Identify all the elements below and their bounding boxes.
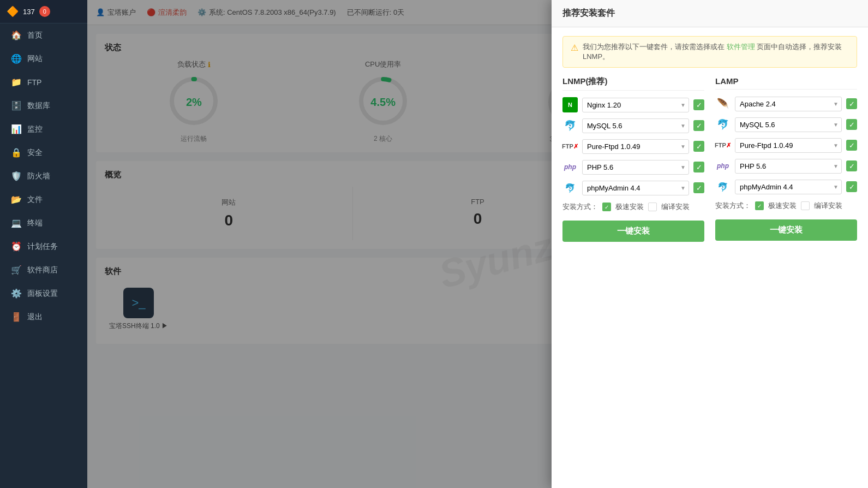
sw-row-mysql-lnmp: 🐬 MySQL 5.6 MySQL 5.7 MySQL 8.0 ▼ ✓ [562, 118, 704, 133]
sidebar-item-logout[interactable]: 🚪 退出 [0, 305, 87, 329]
mysql-select-lnmp[interactable]: MySQL 5.6 MySQL 5.7 MySQL 8.0 [582, 118, 689, 133]
compile-install-checkbox-lamp[interactable] [801, 201, 810, 210]
monitor-icon: 📊 [11, 124, 22, 134]
sidebar-logo: 🔶 [7, 5, 19, 17]
phpmyadmin-icon: 🐬 [562, 180, 578, 195]
lnmp-install-btn[interactable]: 一键安装 [562, 221, 704, 242]
install-method-lnmp: 安装方式： ✓ 极速安装 编译安装 [562, 202, 704, 212]
install-method-label-lamp: 安装方式： [715, 201, 751, 211]
modal-title: 推荐安装套件 [552, 0, 868, 27]
mysql-checkbox-lamp[interactable]: ✓ [846, 119, 857, 130]
ftp-checkbox-lnmp[interactable]: ✓ [693, 141, 704, 152]
sw-row-apache: 🪶 Apache 2.4 Apache 2.2 ▼ ✓ [715, 96, 857, 111]
website-icon: 🌐 [11, 53, 22, 64]
phpmyadmin-icon-lamp: 🐬 [715, 179, 731, 194]
apache-checkbox[interactable]: ✓ [846, 98, 857, 109]
lamp-title: LAMP [715, 76, 857, 90]
php-checkbox-lnmp[interactable]: ✓ [693, 162, 704, 172]
ftp-checkbox-lamp[interactable]: ✓ [846, 140, 857, 151]
fast-install-label-lamp: 极速安装 [768, 201, 797, 211]
sw-row-phpmyadmin-lnmp: 🐬 phpMyAdmin 4.4 phpMyAdmin 5.0 ▼ ✓ [562, 180, 704, 195]
sidebar-item-terminal[interactable]: 💻 终端 [0, 211, 87, 235]
sw-row-nginx: N Nginx 1.20 Nginx 1.18 ▼ ✓ [562, 97, 704, 112]
nginx-icon: N [562, 97, 578, 112]
sidebar-item-monitor[interactable]: 📊 监控 [0, 117, 87, 141]
phpmyadmin-select-lamp[interactable]: phpMyAdmin 4.4 phpMyAdmin 5.0 [735, 180, 842, 194]
php-select-wrapper-lamp: PHP 5.6 PHP 7.0 PHP 7.4 PHP 8.0 ▼ [735, 159, 842, 174]
sidebar-item-label: 数据库 [27, 101, 50, 111]
sidebar-item-security[interactable]: 🔒 安全 [0, 141, 87, 164]
sidebar: 🔶 137 0 🏠 首页 🌐 网站 📁 FTP 🗄️ 数据库 📊 监控 🔒 安全 [0, 0, 87, 488]
sw-row-mysql-lamp: 🐬 MySQL 5.6 MySQL 5.7 MySQL 8.0 ▼ ✓ [715, 117, 857, 132]
install-method-lamp: 安装方式： ✓ 极速安装 编译安装 [715, 201, 857, 211]
php-select-lnmp[interactable]: PHP 5.6 PHP 7.0 PHP 7.4 PHP 8.0 [582, 160, 689, 175]
mysql-select-wrapper-lamp: MySQL 5.6 MySQL 5.7 MySQL 8.0 ▼ [735, 117, 842, 132]
database-icon: 🗄️ [11, 100, 22, 111]
sidebar-item-label: 退出 [27, 312, 43, 322]
sw-row-phpmyadmin-lamp: 🐬 phpMyAdmin 4.4 phpMyAdmin 5.0 ▼ ✓ [715, 179, 857, 194]
home-icon: 🏠 [11, 30, 22, 40]
lamp-column: LAMP 🪶 Apache 2.4 Apache 2.2 ▼ [715, 76, 857, 242]
sidebar-item-ftp[interactable]: 📁 FTP [0, 70, 87, 94]
sidebar-item-firewall[interactable]: 🛡️ 防火墙 [0, 164, 87, 188]
appstore-icon: 🛒 [11, 265, 22, 275]
phpmyadmin-checkbox-lamp[interactable]: ✓ [846, 181, 857, 192]
fast-install-checkbox[interactable]: ✓ [602, 203, 611, 211]
sidebar-item-label: 计划任务 [27, 242, 58, 252]
compile-install-label: 编译安装 [661, 202, 690, 212]
php-icon: php [562, 159, 578, 175]
modal-warning: ⚠ 我们为您推荐以下一键套件，请按需选择或在 软件管理 页面中自动选择，推荐安装… [562, 36, 857, 68]
warning-text: 我们为您推荐以下一键套件，请按需选择或在 软件管理 页面中自动选择，推荐安装LN… [583, 42, 849, 62]
apache-select[interactable]: Apache 2.4 Apache 2.2 [735, 97, 842, 111]
sw-row-ftp-lamp: FTP✗ Pure-Ftpd 1.0.49 ▼ ✓ [715, 138, 857, 153]
sidebar-item-label: 文件 [27, 195, 43, 205]
sidebar-item-appstore[interactable]: 🛒 软件商店 [0, 258, 87, 282]
mysql-icon-lamp: 🐬 [715, 117, 731, 132]
files-icon: 📂 [11, 194, 22, 205]
nginx-select-wrapper: Nginx 1.20 Nginx 1.18 ▼ [582, 98, 689, 112]
software-management-link[interactable]: 软件管理 [727, 43, 755, 51]
ftp-icon: 📁 [11, 77, 22, 87]
php-checkbox-lamp[interactable]: ✓ [846, 160, 857, 171]
ftp-icon-lamp: FTP✗ [715, 138, 731, 153]
ftp-select-wrapper: Pure-Ftpd 1.0.49 ▼ [582, 139, 689, 154]
compile-install-checkbox[interactable] [648, 203, 657, 211]
ftp-select-lnmp[interactable]: Pure-Ftpd 1.0.49 [582, 139, 689, 154]
security-icon: 🔒 [11, 147, 22, 158]
sidebar-item-files[interactable]: 📂 文件 [0, 188, 87, 211]
phpmyadmin-select-lnmp[interactable]: phpMyAdmin 4.4 phpMyAdmin 5.0 [582, 181, 689, 195]
lamp-install-btn[interactable]: 一键安装 [715, 219, 857, 241]
sidebar-item-label: 安全 [27, 148, 43, 158]
mysql-checkbox-lnmp[interactable]: ✓ [693, 120, 704, 131]
ftp-select-lamp[interactable]: Pure-Ftpd 1.0.49 [735, 138, 842, 153]
sidebar-item-database[interactable]: 🗄️ 数据库 [0, 94, 87, 117]
sidebar-item-settings[interactable]: ⚙️ 面板设置 [0, 282, 87, 305]
php-icon-lamp: php [715, 158, 731, 174]
php-select-wrapper: PHP 5.6 PHP 7.0 PHP 7.4 PHP 8.0 ▼ [582, 160, 689, 175]
sidebar-item-label: 软件商店 [27, 265, 58, 275]
sidebar-item-website[interactable]: 🌐 网站 [0, 47, 87, 70]
install-modal: 推荐安装套件 ⚠ 我们为您推荐以下一键套件，请按需选择或在 软件管理 页面中自动… [552, 0, 868, 488]
fast-install-checkbox-lamp[interactable]: ✓ [755, 201, 764, 210]
ftp-select-wrapper-lamp: Pure-Ftpd 1.0.49 ▼ [735, 138, 842, 153]
main-area: 👤 宝塔账户 🔴 渲清柔韵 ⚙️ 系统: CentOS 7.8.2003 x86… [87, 0, 868, 488]
mysql-select-wrapper: MySQL 5.6 MySQL 5.7 MySQL 8.0 ▼ [582, 118, 689, 133]
php-select-lamp[interactable]: PHP 5.6 PHP 7.0 PHP 7.4 PHP 8.0 [735, 159, 842, 174]
sidebar-item-label: 网站 [27, 54, 43, 64]
sidebar-item-label: 防火墙 [27, 171, 50, 181]
warning-icon: ⚠ [571, 43, 578, 53]
ftp-icon: FTP✗ [562, 139, 578, 154]
sidebar-badge: 0 [39, 6, 50, 17]
phpmyadmin-select-wrapper-lamp: phpMyAdmin 4.4 phpMyAdmin 5.0 ▼ [735, 180, 842, 194]
modal-columns: LNMP(推荐) N Nginx 1.20 Nginx 1.18 ▼ [562, 76, 857, 242]
sidebar-item-cron[interactable]: ⏰ 计划任务 [0, 235, 87, 258]
modal-overlay: 推荐安装套件 ⚠ 我们为您推荐以下一键套件，请按需选择或在 软件管理 页面中自动… [87, 0, 868, 488]
install-method-label: 安装方式： [562, 202, 598, 212]
phpmyadmin-checkbox-lnmp[interactable]: ✓ [693, 182, 704, 193]
mysql-select-lamp[interactable]: MySQL 5.6 MySQL 5.7 MySQL 8.0 [735, 117, 842, 132]
nginx-checkbox[interactable]: ✓ [693, 99, 704, 110]
compile-install-label-lamp: 编译安装 [814, 201, 842, 211]
sidebar-item-label: 首页 [27, 31, 43, 40]
nginx-select[interactable]: Nginx 1.20 Nginx 1.18 [582, 98, 689, 112]
sidebar-item-home[interactable]: 🏠 首页 [0, 23, 87, 47]
